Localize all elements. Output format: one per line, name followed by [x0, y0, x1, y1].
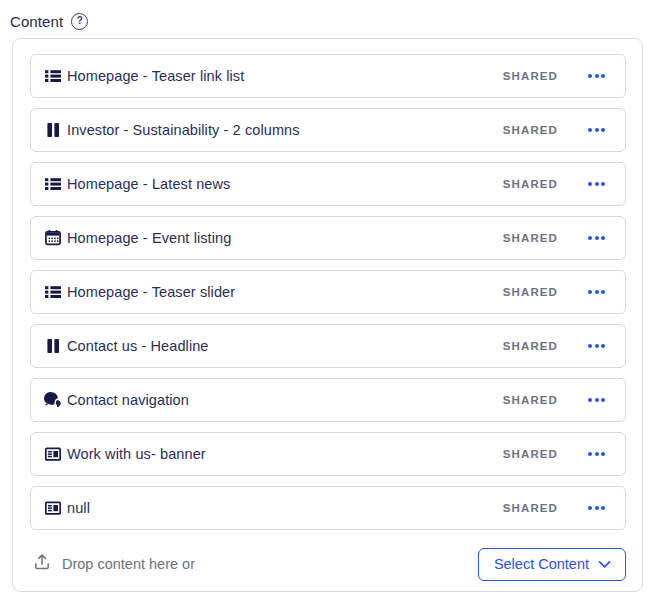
- help-icon[interactable]: ?: [71, 13, 88, 30]
- upload-icon: [33, 553, 51, 575]
- content-item-row[interactable]: Contact navigation SHARED: [30, 378, 626, 422]
- page-title: Content: [10, 13, 63, 30]
- banner-icon: [44, 445, 62, 463]
- chat-icon: [44, 391, 62, 409]
- content-item-row[interactable]: Homepage - Latest news SHARED: [30, 162, 626, 206]
- content-item-label: null: [67, 500, 90, 516]
- list-icon: [44, 283, 62, 301]
- item-menu-button[interactable]: [586, 502, 607, 514]
- content-section-header: Content ?: [0, 0, 655, 32]
- item-menu-button[interactable]: [586, 340, 607, 352]
- content-item-row[interactable]: Homepage - Event listing SHARED: [30, 216, 626, 260]
- status-badge: SHARED: [503, 70, 558, 82]
- item-menu-button[interactable]: [586, 124, 607, 136]
- status-badge: SHARED: [503, 394, 558, 406]
- content-item-row[interactable]: Investor - Sustainability - 2 columns SH…: [30, 108, 626, 152]
- content-item-label: Investor - Sustainability - 2 columns: [67, 122, 300, 138]
- content-item-label: Homepage - Event listing: [67, 230, 231, 246]
- content-item-label: Contact us - Headline: [67, 338, 209, 354]
- list-icon: [44, 67, 62, 85]
- status-badge: SHARED: [503, 286, 558, 298]
- status-badge: SHARED: [503, 448, 558, 460]
- drop-zone[interactable]: Drop content here or: [33, 553, 195, 575]
- content-item-row[interactable]: Homepage - Teaser link list SHARED: [30, 54, 626, 98]
- status-badge: SHARED: [503, 124, 558, 136]
- content-item-row[interactable]: Work with us- banner SHARED: [30, 432, 626, 476]
- status-badge: SHARED: [503, 340, 558, 352]
- content-item-label: Work with us- banner: [67, 446, 206, 462]
- content-drop-panel: Homepage - Teaser link list SHARED: [12, 38, 643, 592]
- item-menu-button[interactable]: [586, 232, 607, 244]
- columns-icon: [44, 121, 62, 139]
- banner-icon: [44, 499, 62, 517]
- panel-footer: Drop content here or Select Content: [30, 547, 626, 581]
- item-menu-button[interactable]: [586, 448, 607, 460]
- content-item-label: Homepage - Teaser link list: [67, 68, 244, 84]
- calendar-icon: [44, 229, 62, 247]
- content-item-label: Homepage - Latest news: [67, 176, 230, 192]
- list-icon: [44, 175, 62, 193]
- status-badge: SHARED: [503, 232, 558, 244]
- status-badge: SHARED: [503, 178, 558, 190]
- chevron-down-icon: [598, 556, 611, 572]
- content-item-label: Homepage - Teaser slider: [67, 284, 235, 300]
- drop-content-text: Drop content here or: [62, 556, 195, 572]
- status-badge: SHARED: [503, 502, 558, 514]
- item-menu-button[interactable]: [586, 178, 607, 190]
- item-menu-button[interactable]: [586, 70, 607, 82]
- content-item-row[interactable]: Homepage - Teaser slider SHARED: [30, 270, 626, 314]
- columns-icon: [44, 337, 62, 355]
- content-item-label: Contact navigation: [67, 392, 189, 408]
- select-content-label: Select Content: [494, 556, 589, 572]
- select-content-button[interactable]: Select Content: [478, 548, 626, 581]
- content-item-row[interactable]: null SHARED: [30, 486, 626, 530]
- item-menu-button[interactable]: [586, 394, 607, 406]
- item-menu-button[interactable]: [586, 286, 607, 298]
- content-item-row[interactable]: Contact us - Headline SHARED: [30, 324, 626, 368]
